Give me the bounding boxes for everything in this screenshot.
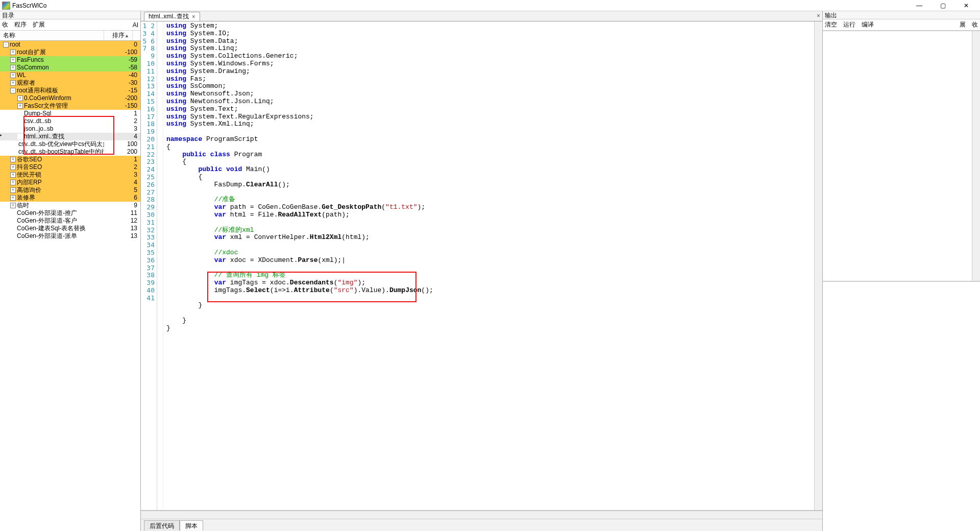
tree-row[interactable]: csv..dt..sb-bootStrapTable中的行200 [0,148,140,156]
minimize-button[interactable]: — [908,1,931,11]
tree-row-value: -40 [117,71,140,79]
tabbar-close-icon[interactable]: × [817,12,820,19]
tree-row-value: 11 [117,209,140,217]
tree-row-value: 13 [117,232,140,240]
editor-panel: html..xml..查找 × × 1 2 3 4 5 6 7 8 9 10 1… [141,11,823,531]
expand-icon[interactable]: + [10,172,16,178]
run-button[interactable]: 运行 [843,20,855,29]
tree-row-value: 200 [117,148,140,156]
code-editor[interactable]: using System; using System.IO; using Sys… [163,21,822,510]
output-scrollbar[interactable] [972,31,980,281]
ai-button[interactable]: AI [133,21,138,29]
tree-row[interactable]: csv..dt..sb2 [0,117,140,125]
directory-tree[interactable]: -root0+root自扩展-100+FasFuncs-59+SsCommon-… [0,41,140,531]
ext-button[interactable]: 扩展 [33,20,45,29]
app-title: FasScrWlCo [12,2,908,9]
expand-icon[interactable]: + [10,57,16,63]
column-sort[interactable]: 排序▲ [104,31,133,40]
tree-row[interactable]: -root0 [0,41,140,49]
tree-row[interactable]: +root自扩展-100 [0,49,140,56]
maximize-button[interactable]: ▢ [931,1,954,11]
tree-row[interactable]: +高德询价5 [0,186,140,194]
tree-row-value: -30 [117,79,140,87]
tree-row-value: 9 [117,202,140,209]
tree-row-label: 高德询价 [17,186,41,194]
expand-icon[interactable]: + [10,164,16,170]
editor-tab[interactable]: html..xml..查找 × [144,12,200,21]
tab-back-code[interactable]: 后置代码 [144,520,180,530]
program-button[interactable]: 程序 [14,20,27,29]
tree-row[interactable]: +FasScr文件管理-150 [0,102,140,110]
tree-row[interactable]: CoGen-外部渠道-派单13 [0,232,140,240]
tree-row-value: 0 [117,41,140,49]
tree-row-label: CoGen-外部渠道-推广 [17,209,77,217]
expand-icon[interactable]: + [10,73,16,78]
tree-row-value: 100 [117,140,140,148]
tree-row-value: 4 [117,179,140,186]
tree-row-value: 1 [117,156,140,163]
tree-row-label: csv..dt..sb-优化view中cs代码太多 [18,140,104,148]
output-area-bottom[interactable] [823,282,980,532]
tree-row[interactable]: +FasFuncs-59 [0,56,140,64]
tree-row-value: -59 [117,56,140,64]
tree-row[interactable]: +内部ERP4 [0,179,140,186]
tree-row-value: 2 [117,117,140,125]
output-area-top[interactable] [823,31,980,281]
collapse-icon[interactable]: - [3,42,9,47]
tree-row[interactable]: +抖音SEO2 [0,163,140,171]
tree-row-value: 12 [117,217,140,225]
tree-row-label: html..xml..查找 [24,133,64,140]
collapse-button[interactable]: 收 [2,20,8,29]
tree-row[interactable]: +便民开锁3 [0,171,140,179]
close-button[interactable]: ✕ [954,1,978,11]
tree-row[interactable]: +SsCommon-58 [0,64,140,71]
tree-row[interactable]: Dump-Sql1 [0,110,140,117]
fold-column[interactable] [157,21,163,510]
column-name[interactable]: 名称 [0,31,104,40]
tab-close-icon[interactable]: × [192,13,195,20]
expand-icon[interactable]: + [17,95,23,101]
expand-icon[interactable]: + [10,50,16,55]
expand-icon[interactable]: + [10,195,16,201]
editor-scrollbar-vertical[interactable] [814,21,822,510]
tree-row[interactable]: html..xml..查找4 [0,133,140,140]
expand-icon[interactable]: + [10,80,16,86]
tree-row[interactable]: +临时9 [0,202,140,209]
tree-row-label: Dump-Sql [24,110,51,117]
expand-icon[interactable]: + [10,180,16,185]
editor-scrollbar-horizontal[interactable] [141,511,822,519]
expand-icon[interactable]: + [10,187,16,193]
directory-panel: 目录 收 程序 扩展 AI 名称 排序▲ -root0+root自扩展-100+… [0,11,141,531]
tree-row[interactable]: CoGen-外部渠道-客户12 [0,217,140,225]
expand-icon[interactable]: + [10,157,16,162]
compile-button[interactable]: 编译 [862,20,874,29]
tree-row[interactable]: +谷歌SEO1 [0,156,140,163]
tree-row[interactable]: CoGen-外部渠道-推广11 [0,209,140,217]
tree-row-label: json..jo..sb [24,125,53,133]
tree-row[interactable]: json..jo..sb3 [0,125,140,133]
row-marker-icon: ▸ [0,131,2,138]
tree-row-label: 谷歌SEO [17,156,42,163]
tree-row-value: 3 [117,125,140,133]
tree-row[interactable]: +WL-40 [0,71,140,79]
tree-row[interactable]: +装修界6 [0,194,140,202]
tree-row[interactable]: CoGen-建表Sql-表名替换13 [0,225,140,232]
tree-row-label: 0.CoGenWinform [24,94,71,102]
app-icon [2,2,10,10]
expand-icon[interactable]: + [10,203,16,208]
tree-row[interactable]: csv..dt..sb-优化view中cs代码太多100 [0,140,140,148]
expand-button[interactable]: 展 [960,20,966,29]
expand-icon[interactable]: + [17,103,23,109]
tree-row[interactable]: +0.CoGenWinform-200 [0,94,140,102]
tree-row-label: root自扩展 [17,49,46,56]
tree-row[interactable]: -root通用和模板-15 [0,87,140,94]
collapse-icon[interactable]: - [10,88,16,93]
collapse-output-button[interactable]: 收 [972,20,978,29]
clear-button[interactable]: 清空 [825,20,837,29]
editor-bottom-tabs: 后置代码 脚本 [141,519,822,531]
tree-row[interactable]: +观察者-30 [0,79,140,87]
tab-script[interactable]: 脚本 [180,520,203,530]
tree-row-label: 装修界 [17,194,35,202]
tree-row-value: 1 [117,110,140,117]
expand-icon[interactable]: + [10,65,16,70]
